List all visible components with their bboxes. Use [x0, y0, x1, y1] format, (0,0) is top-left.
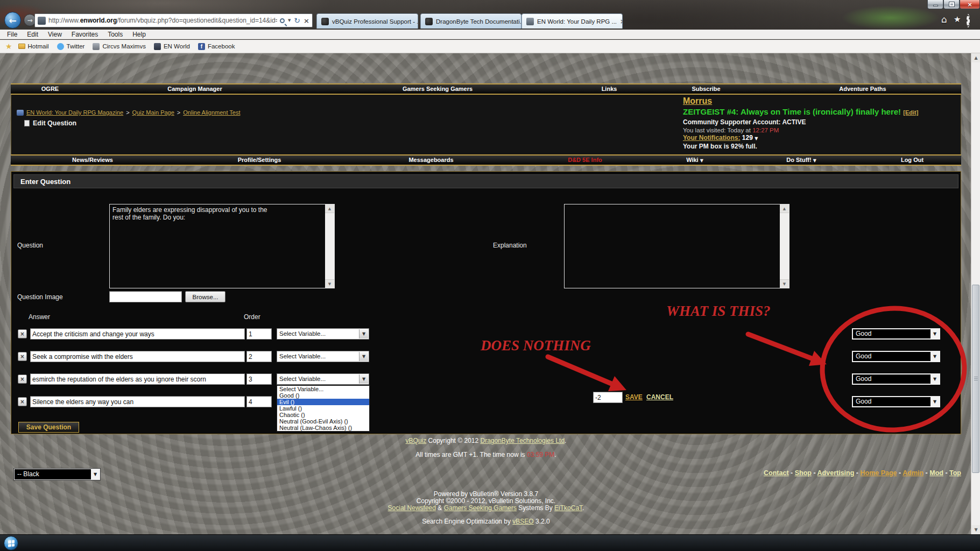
breadcrumb-alignment-test[interactable]: Online Alignment Test — [183, 109, 240, 116]
footer-link-shop[interactable]: Shop — [795, 469, 812, 477]
scroll-up-icon[interactable]: ▲ — [780, 204, 789, 213]
footer-link-advertising[interactable]: Advertising — [817, 469, 855, 477]
scroll-up-icon[interactable]: ▲ — [971, 53, 980, 62]
scroll-down-icon[interactable]: ▼ — [971, 525, 980, 534]
cancel-link[interactable]: CANCEL — [646, 393, 673, 401]
nav-item-messageboards[interactable]: Messageboards — [408, 157, 453, 163]
nav-item-wiki[interactable]: Wiki▼ — [686, 157, 703, 163]
save-question-button[interactable]: Save Question — [18, 422, 79, 433]
menu-edit[interactable]: Edit — [22, 31, 43, 38]
variable-select[interactable]: Select Variable... ▼ — [277, 351, 369, 362]
chevron-down-icon[interactable]: ▼ — [359, 352, 368, 361]
answer-input[interactable] — [30, 396, 245, 407]
nav-item-news-reviews[interactable]: News/Reviews — [72, 157, 113, 163]
remove-answer-button[interactable]: × — [18, 375, 27, 384]
chevron-down-icon[interactable]: ▼ — [359, 375, 368, 384]
gear-icon[interactable] — [967, 16, 970, 26]
order-input[interactable] — [246, 351, 272, 362]
menu-view[interactable]: View — [43, 31, 67, 38]
order-input[interactable] — [246, 328, 272, 340]
favorite-facebook[interactable]: fFacebook — [198, 43, 235, 50]
scroll-up-icon[interactable]: ▲ — [325, 204, 334, 213]
eitkocat-link[interactable]: EiTkoCaT — [554, 504, 582, 512]
refresh-icon[interactable]: ↻ — [294, 16, 300, 25]
restore-button[interactable] — [943, 0, 960, 9]
dragonbyte-link[interactable]: DragonByte Technologies Ltd — [481, 437, 565, 444]
browse-button[interactable]: Browse... — [185, 291, 225, 302]
explanation-textarea[interactable] — [565, 204, 780, 288]
footer-link-mod[interactable]: Mod — [929, 469, 943, 477]
alignment-select[interactable]: Good ▼ — [852, 328, 940, 340]
start-button[interactable] — [4, 536, 18, 550]
answer-input[interactable] — [30, 351, 245, 362]
variable-dropdown-list[interactable]: Select Variable... Good () Evil () Lawfu… — [277, 385, 370, 432]
suggested-sites-star-icon[interactable]: ★ — [5, 42, 12, 51]
answer-input[interactable] — [30, 328, 245, 340]
remove-answer-button[interactable]: × — [18, 329, 27, 338]
nav-item-ogre[interactable]: OGRE — [41, 86, 59, 92]
nav-item-dnd5e-info[interactable]: D&D 5E Info — [568, 157, 602, 163]
question-image-input[interactable] — [109, 291, 182, 302]
scroll-down-icon[interactable]: ▼ — [780, 279, 789, 288]
favorites-star-icon[interactable]: ★ — [954, 15, 961, 24]
username-link[interactable]: Morrus — [683, 96, 712, 105]
stop-icon[interactable]: × — [304, 17, 309, 25]
favorite-hotmail[interactable]: Hotmail — [18, 43, 49, 50]
chevron-down-icon[interactable]: ▼ — [930, 375, 939, 384]
textarea-scrollbar[interactable]: ▲ ▼ — [780, 204, 789, 288]
variable-select-open[interactable]: Select Variable... ▼ — [277, 373, 369, 385]
chevron-down-icon[interactable]: ▼ — [359, 329, 368, 338]
breadcrumb-quiz-main[interactable]: Quiz Main Page — [132, 109, 174, 116]
social-newsfeed-link[interactable]: Social Newsfeed — [388, 504, 436, 512]
nav-item-profile-settings[interactable]: Profile/Settings — [238, 157, 281, 163]
alignment-select[interactable]: Good ▼ — [852, 373, 940, 385]
nav-item-adventure-paths[interactable]: Adventure Paths — [839, 86, 886, 92]
footer-link-admin[interactable]: Admin — [903, 469, 923, 477]
menu-file[interactable]: File — [2, 31, 22, 38]
dropdown-option[interactable]: Neutral (Law-Chaos Axis) () — [277, 425, 369, 431]
textarea-scrollbar[interactable]: ▲ ▼ — [325, 204, 334, 288]
dropdown-option-highlighted[interactable]: Evil () — [277, 399, 369, 405]
notifications-link[interactable]: Your Notifications: — [683, 134, 740, 142]
nav-item-log-out[interactable]: Log Out — [901, 157, 923, 163]
dropdown-option[interactable]: Select Variable... — [277, 386, 369, 392]
url-text[interactable]: http://www.enworld.org/forum/vbquiz.php?… — [48, 17, 277, 24]
remove-answer-button[interactable]: × — [18, 397, 27, 406]
scrollbar-thumb[interactable] — [972, 285, 979, 473]
chevron-down-icon[interactable]: ▼ — [930, 397, 939, 406]
dropdown-option[interactable]: Neutral (Good-Evil Axis) () — [277, 418, 369, 425]
search-icon[interactable] — [280, 18, 285, 23]
order-input[interactable] — [246, 373, 272, 385]
order-input[interactable] — [246, 396, 272, 407]
chevron-down-icon[interactable]: ▼ — [930, 329, 939, 338]
chevron-down-icon[interactable]: ▼ — [755, 136, 758, 141]
footer-link-top[interactable]: Top — [949, 469, 961, 477]
favorite-circvs-maximvs[interactable]: Circvs Maximvs — [93, 43, 146, 50]
scroll-down-icon[interactable]: ▼ — [325, 279, 334, 288]
dropdown-option[interactable]: Chaotic () — [277, 412, 369, 418]
dropdown-option[interactable]: Good () — [277, 392, 369, 399]
footer-link-home-page[interactable]: Home Page — [860, 469, 897, 477]
alignment-select[interactable]: Good ▼ — [852, 351, 940, 362]
menu-help[interactable]: Help — [128, 31, 151, 38]
gamers-seeking-gamers-link[interactable]: Gamers Seeking Gamers — [444, 504, 517, 512]
nav-item-campaign-manager[interactable]: Campaign Manager — [167, 86, 222, 92]
dropdown-option[interactable]: Lawful () — [277, 405, 369, 412]
answer-input[interactable] — [30, 373, 245, 385]
variable-select[interactable]: Select Variable... ▼ — [277, 328, 369, 340]
menu-tools[interactable]: Tools — [103, 31, 128, 38]
vbquiz-link[interactable]: vBQuiz — [406, 437, 427, 444]
home-icon[interactable]: ⌂ — [941, 14, 947, 25]
points-input[interactable] — [593, 392, 623, 403]
footer-link-contact[interactable]: Contact — [764, 469, 789, 477]
chevron-down-icon[interactable]: ▼ — [930, 352, 939, 361]
alignment-select[interactable]: Good ▼ — [852, 396, 940, 407]
save-link[interactable]: SAVE — [625, 393, 643, 401]
tab-dragonbyte-docs[interactable]: DragonByte Tech Documentati... — [420, 13, 521, 29]
question-textarea[interactable]: Family elders are expressing disapproval… — [110, 204, 325, 288]
back-button[interactable]: ← — [4, 12, 21, 29]
vbseo-link[interactable]: vBSEO — [512, 518, 533, 525]
tab-vbquiz-support[interactable]: vBQuiz Professional Support - ... — [316, 13, 418, 29]
favorite-twitter[interactable]: Twitter — [57, 43, 85, 50]
menu-favorites[interactable]: Favorites — [67, 31, 103, 38]
